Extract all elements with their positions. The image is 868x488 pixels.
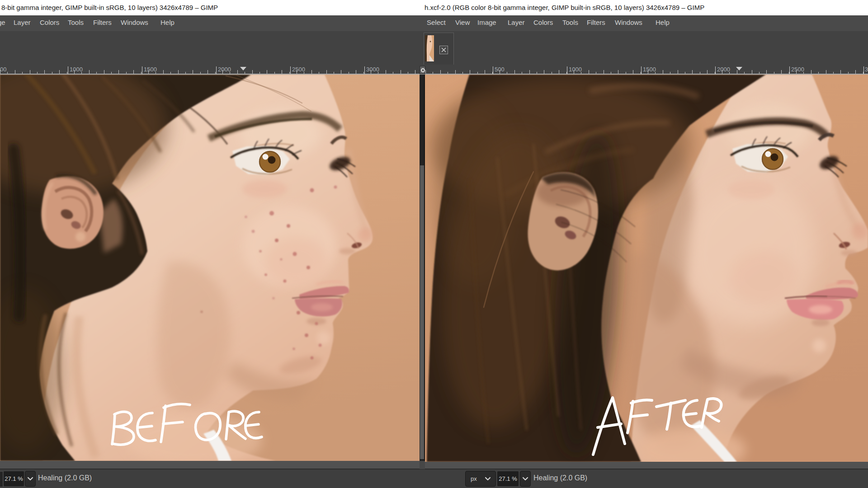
svg-text:px: px (471, 475, 477, 482)
